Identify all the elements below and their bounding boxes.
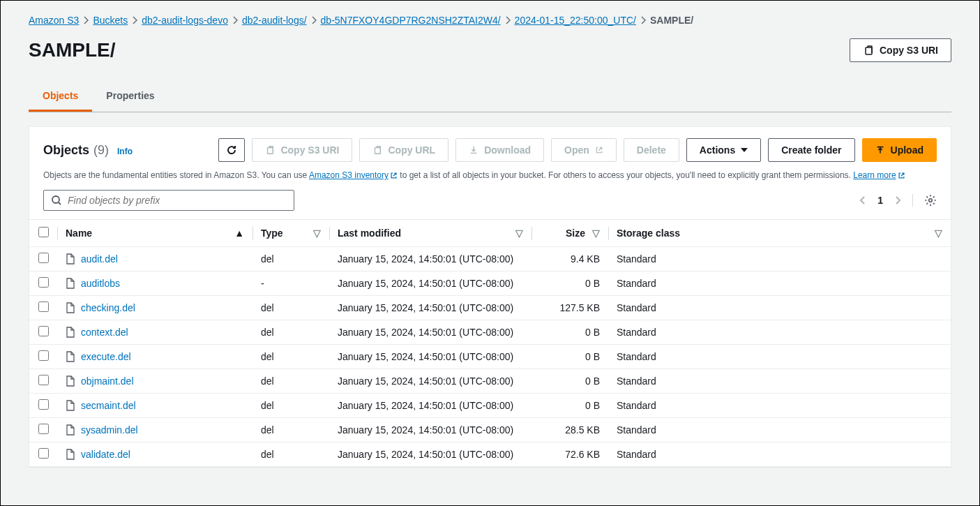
download-icon [469, 145, 478, 155]
create-folder-button[interactable]: Create folder [768, 138, 854, 162]
row-checkbox[interactable] [38, 302, 49, 312]
object-name-link[interactable]: validate.del [81, 449, 130, 460]
object-size: 0 B [532, 369, 608, 394]
sort-icon[interactable]: ▽ [313, 228, 321, 239]
object-modified: January 15, 2024, 14:50:01 (UTC-08:00) [329, 345, 532, 369]
svg-rect-0 [866, 47, 872, 54]
inventory-link[interactable]: Amazon S3 inventory [309, 170, 398, 180]
col-storage[interactable]: Storage class [617, 228, 680, 239]
actions-button[interactable]: Actions [686, 138, 761, 162]
settings-button[interactable] [912, 194, 937, 207]
object-storage: Standard [608, 271, 951, 296]
col-modified[interactable]: Last modified [338, 228, 401, 239]
breadcrumb-current: SAMPLE/ [650, 15, 693, 26]
object-modified: January 15, 2024, 14:50:01 (UTC-08:00) [329, 271, 532, 296]
chevron-down-icon [741, 147, 748, 154]
row-checkbox[interactable] [38, 326, 49, 336]
breadcrumb-separator [311, 16, 317, 24]
copy-url-button[interactable]: Copy URL [359, 138, 448, 162]
file-icon [66, 449, 75, 460]
panel-count: (9) [93, 143, 109, 158]
object-type: - [252, 271, 329, 296]
svg-point-4 [929, 199, 933, 202]
object-modified: January 15, 2024, 14:50:01 (UTC-08:00) [329, 369, 532, 394]
object-name-link[interactable]: audit.del [81, 253, 118, 265]
prev-page-button[interactable] [859, 195, 866, 205]
file-icon [66, 375, 75, 387]
object-modified: January 15, 2024, 14:50:01 (UTC-08:00) [329, 296, 532, 320]
file-icon [66, 351, 75, 362]
row-checkbox[interactable] [38, 253, 49, 263]
tab-properties[interactable]: Properties [92, 82, 168, 112]
search-box[interactable] [43, 190, 294, 211]
object-type: del [252, 369, 329, 394]
refresh-icon [226, 144, 237, 156]
object-size: 0 B [532, 320, 608, 345]
object-name-link[interactable]: objmaint.del [81, 375, 134, 387]
next-page-button[interactable] [894, 195, 901, 205]
row-checkbox[interactable] [38, 399, 49, 410]
row-checkbox[interactable] [38, 375, 49, 385]
tab-objects[interactable]: Objects [29, 82, 92, 112]
row-checkbox[interactable] [38, 350, 49, 361]
object-modified: January 15, 2024, 14:50:01 (UTC-08:00) [329, 442, 532, 467]
sort-icon[interactable]: ▽ [935, 228, 942, 239]
breadcrumb-separator [505, 16, 511, 24]
object-type: del [252, 247, 329, 271]
search-input[interactable] [68, 195, 287, 206]
copy-icon [265, 145, 275, 155]
sort-icon[interactable]: ▽ [592, 228, 600, 239]
upload-button[interactable]: Upload [862, 138, 937, 162]
file-icon [66, 278, 75, 289]
delete-button[interactable]: Delete [624, 138, 679, 162]
row-checkbox[interactable] [38, 448, 49, 459]
breadcrumb-link[interactable]: 2024-01-15_22:50:00_UTC/ [515, 15, 636, 26]
object-name-link[interactable]: execute.del [81, 351, 131, 362]
table-row: execute.deldelJanuary 15, 2024, 14:50:01… [29, 345, 951, 369]
object-storage: Standard [608, 320, 951, 345]
copy-s3-uri-button[interactable]: Copy S3 URI [252, 138, 352, 162]
download-button[interactable]: Download [455, 138, 544, 162]
open-button[interactable]: Open [551, 138, 617, 162]
row-checkbox[interactable] [38, 424, 49, 434]
col-type[interactable]: Type [261, 228, 283, 239]
object-storage: Standard [608, 296, 951, 320]
breadcrumb-link[interactable]: db-5N7FXOY4GDP7RG2NSH2ZTAI2W4/ [321, 15, 501, 26]
sort-icon[interactable]: ▽ [515, 228, 523, 239]
object-name-link[interactable]: context.del [81, 327, 128, 338]
breadcrumb-separator [232, 16, 238, 24]
object-name-link[interactable]: sysadmin.del [81, 424, 138, 436]
current-page: 1 [877, 195, 883, 206]
objects-panel: Objects (9) Info Copy S3 URI [29, 126, 951, 467]
pagination: 1 [859, 194, 937, 207]
info-link[interactable]: Info [117, 147, 133, 156]
svg-rect-1 [268, 148, 273, 154]
object-name-link[interactable]: checking.del [81, 302, 135, 313]
sort-asc-icon[interactable]: ▲ [234, 228, 244, 239]
svg-rect-2 [375, 148, 381, 154]
object-name-link[interactable]: secmaint.del [81, 400, 136, 411]
file-icon [66, 327, 75, 338]
row-checkbox[interactable] [38, 277, 49, 288]
object-name-link[interactable]: auditlobs [81, 278, 120, 289]
select-all-checkbox[interactable] [38, 227, 49, 237]
col-name[interactable]: Name [66, 228, 92, 239]
object-type: del [252, 320, 329, 345]
breadcrumb-link[interactable]: db2-audit-logs/ [242, 15, 307, 26]
table-row: sysadmin.deldelJanuary 15, 2024, 14:50:0… [29, 418, 951, 442]
svg-point-3 [52, 196, 59, 203]
copy-s3-uri-header-button[interactable]: Copy S3 URI [850, 38, 951, 62]
breadcrumb-link[interactable]: db2-audit-logs-devo [142, 15, 228, 26]
file-icon [66, 424, 75, 436]
object-storage: Standard [608, 442, 951, 467]
breadcrumb-link[interactable]: Amazon S3 [29, 15, 79, 26]
breadcrumb-separator [83, 16, 89, 24]
breadcrumb-separator [132, 16, 137, 24]
col-size[interactable]: Size [566, 228, 585, 239]
breadcrumb-link[interactable]: Buckets [93, 15, 128, 26]
refresh-button[interactable] [218, 138, 245, 162]
breadcrumb-separator [640, 16, 646, 24]
objects-table: Name▲ Type▽ Last modified▽ Size▽ Storage… [29, 219, 951, 466]
learn-more-link[interactable]: Learn more [853, 170, 905, 180]
object-type: del [252, 345, 329, 369]
